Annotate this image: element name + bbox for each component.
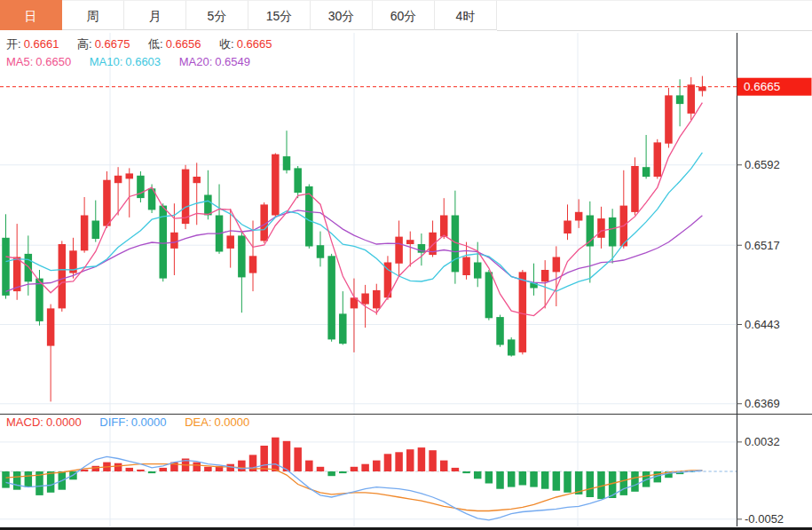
- ma20-field: MA20:0.6549: [179, 55, 250, 68]
- candle-body: [47, 308, 55, 345]
- candle-body: [182, 170, 190, 225]
- candle: [103, 171, 111, 228]
- macd-histogram-bar: [519, 471, 527, 486]
- macd-histogram-bar: [294, 447, 302, 471]
- candle: [182, 165, 190, 229]
- macd-histogram-bar: [137, 470, 145, 471]
- ohlc-info-bar: 开:0.6661 高:0.6675 低:0.6656 收:0.6665: [6, 36, 287, 52]
- tab-4hour[interactable]: 4时: [435, 0, 497, 30]
- candle: [631, 157, 639, 215]
- dea-field: DEA:0.0000: [185, 415, 249, 429]
- open-field: 开:0.6661: [6, 37, 59, 51]
- candle: [69, 238, 77, 279]
- candle-body: [564, 221, 572, 234]
- candle: [519, 270, 527, 354]
- candle-body: [249, 256, 257, 273]
- candle-body: [688, 84, 696, 114]
- close-label: 收:: [219, 37, 234, 51]
- macd-histogram-bar: [204, 467, 212, 471]
- macd-histogram-bar: [429, 450, 437, 471]
- ma10-value: 0.6603: [125, 55, 161, 68]
- candle-body: [272, 154, 280, 216]
- macd-histogram-bar: [620, 471, 628, 495]
- tab-month[interactable]: 月: [124, 0, 186, 30]
- tab-15min[interactable]: 15分: [248, 0, 311, 30]
- low-value: 0.6656: [166, 37, 201, 51]
- macd-histogram-bar: [384, 454, 392, 471]
- macd-value: 0.0000: [46, 415, 82, 429]
- macd-histogram-bar: [126, 468, 134, 471]
- candle: [553, 246, 561, 306]
- candle-body: [361, 294, 369, 305]
- chart-canvas[interactable]: 0.65920.65170.64430.63690.0032-0.00520.6…: [0, 0, 812, 530]
- candle-body: [406, 240, 414, 244]
- macd-histogram-bar: [508, 471, 516, 487]
- dea-value: 0.0000: [215, 415, 250, 429]
- candle: [47, 305, 55, 402]
- tab-5min[interactable]: 5分: [186, 0, 248, 30]
- candle: [564, 204, 572, 240]
- trading-chart-window: 日 周 月 5分 15分 30分 60分 4时 0.65920.65170.64…: [0, 0, 812, 530]
- candle: [395, 221, 403, 276]
- candle-body: [317, 245, 325, 258]
- candle: [81, 197, 89, 253]
- tab-60min[interactable]: 60分: [373, 0, 435, 30]
- macd-histogram-bar: [553, 471, 561, 491]
- candle: [294, 166, 302, 198]
- macd-histogram-bar: [418, 447, 426, 471]
- macd-histogram-bar: [13, 471, 21, 490]
- candle-body: [25, 254, 33, 281]
- candle-body: [553, 257, 561, 273]
- candle-body: [676, 95, 684, 104]
- timeframe-tabbar: 日 周 月 5分 15分 30分 60分 4时: [0, 0, 812, 31]
- dea-label: DEA:: [185, 415, 211, 429]
- candle-body: [103, 180, 111, 226]
- open-value: 0.6661: [24, 37, 59, 51]
- candle: [530, 264, 538, 296]
- ma20-label: MA20:: [179, 55, 213, 68]
- candle: [406, 232, 414, 267]
- tab-week[interactable]: 周: [62, 0, 124, 30]
- candle-body: [92, 221, 100, 240]
- last-price-badge: 0.6665: [737, 78, 812, 96]
- macd-info-bar: MACD:0.0000 DIFF:0.0000 DEA:0.0000: [6, 415, 264, 429]
- badge-price-text: 0.6665: [744, 80, 780, 93]
- candle-body: [114, 176, 122, 183]
- macd-histogram-bar: [440, 461, 448, 471]
- macd-histogram-bar: [564, 471, 572, 493]
- macd-histogram-bar: [496, 471, 504, 489]
- candle-body: [440, 216, 448, 237]
- ma5-field: MA5:0.6650: [6, 55, 71, 68]
- high-field: 高:0.6675: [77, 37, 130, 51]
- ma20-value: 0.6549: [215, 55, 250, 68]
- tab-day[interactable]: 日: [0, 0, 62, 30]
- candle: [159, 203, 167, 281]
- macd-histogram-bar: [305, 461, 313, 471]
- candle: [698, 76, 706, 97]
- tab-30min[interactable]: 30分: [311, 0, 373, 30]
- macd-histogram-bar: [25, 471, 33, 487]
- candle: [665, 88, 673, 148]
- macd-histogram-bar: [283, 441, 291, 471]
- candle: [170, 203, 178, 275]
- candle-body: [193, 177, 201, 183]
- candle: [643, 135, 650, 178]
- low-label: 低:: [148, 37, 163, 51]
- candle-body: [2, 238, 10, 296]
- macd-histogram-bar: [530, 471, 538, 487]
- candle: [688, 77, 696, 120]
- candle-body: [126, 173, 134, 178]
- candle: [317, 232, 325, 267]
- candle-body: [294, 168, 302, 193]
- candle-body: [373, 290, 381, 309]
- candle-body: [643, 167, 650, 177]
- candle-body: [462, 257, 470, 276]
- candle-body: [170, 233, 178, 249]
- candle-body: [575, 212, 583, 221]
- candle-body: [137, 176, 145, 198]
- candle: [575, 199, 583, 228]
- macd-histogram-bar: [339, 471, 347, 473]
- candle-body: [541, 270, 549, 281]
- high-label: 高:: [77, 37, 92, 51]
- macd-histogram-bar: [474, 471, 482, 479]
